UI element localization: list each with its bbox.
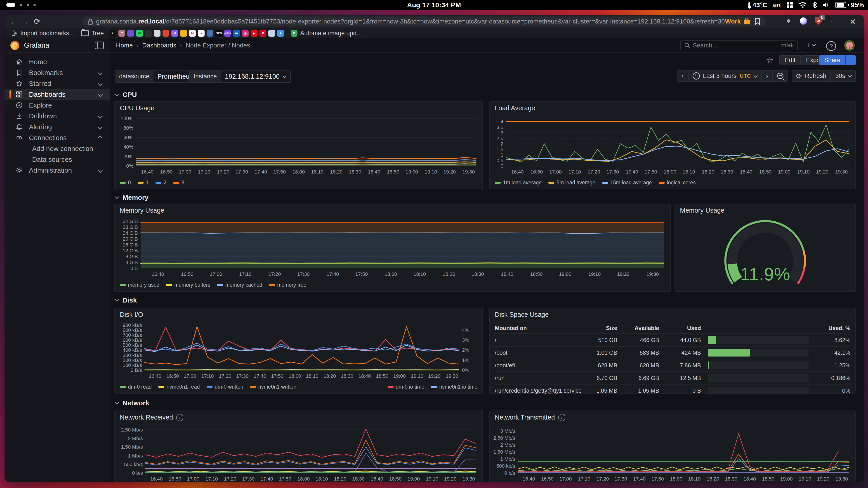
jobs-favicon[interactable]: jobs	[224, 30, 231, 37]
legend-item[interactable]: memory cached	[217, 282, 262, 288]
mail-m-favicon[interactable]: M	[171, 30, 178, 37]
refresh-button[interactable]: ⟳Refresh	[792, 70, 831, 82]
disk-io-chart[interactable]: 0 B/s100 kB/s200 kB/s300 kB/s400 kB/s500…	[117, 320, 480, 380]
dock-sidebar-icon[interactable]	[95, 41, 104, 49]
legend-item[interactable]: 1	[138, 180, 149, 186]
sidebar-item-starred[interactable]: Starred	[4, 78, 110, 89]
back-button[interactable]: ←	[8, 17, 20, 26]
youtube-favicon[interactable]: ▶	[251, 30, 257, 37]
url-bar[interactable]: grafana.sonda.red.local/d/7d57716318ee0d…	[83, 17, 765, 26]
extensions-puzzle-icon[interactable]: ❖	[784, 17, 793, 25]
legend-item[interactable]: memory free	[269, 282, 306, 288]
time-back-button[interactable]: ‹	[677, 70, 688, 82]
load-average-chart[interactable]: 00.511.522.533.5416:4016:5017:0017:1017:…	[492, 113, 854, 176]
site-c-favicon[interactable]: C	[119, 30, 125, 37]
sidebar-item-bookmarks[interactable]: Bookmarks	[4, 67, 110, 78]
app-grid-icon[interactable]	[786, 2, 793, 8]
gitlab-favicon[interactable]	[162, 30, 169, 37]
network-received-chart[interactable]: 0 b/s500 kb/s1 Mb/s1.50 Mb/s2 Mb/s2.50 M…	[117, 423, 480, 482]
sidebar-item-data-sources[interactable]: Data sources	[4, 154, 110, 165]
panel-title[interactable]: Disk I/O	[120, 311, 143, 318]
menu-bar-clock[interactable]: Aug 17 10:34 PM	[0, 1, 868, 9]
sidebar-item-connections[interactable]: Connections	[4, 132, 110, 143]
variable-instance[interactable]: Instance 192.168.1.12:9100	[189, 70, 291, 83]
legend-item[interactable]: dm-0 written	[207, 384, 243, 390]
legend-item[interactable]: 15m load average	[602, 180, 652, 186]
sidebar-item-add-new-connection[interactable]: Add new connection	[4, 143, 110, 154]
sidebar-item-home[interactable]: Home	[4, 57, 110, 67]
legend-item[interactable]: nvme0n1 read	[158, 384, 200, 390]
gdrive-favicon[interactable]: ▲	[198, 30, 205, 37]
import-bookmarks-item[interactable]: Import bookmarks...	[11, 30, 74, 37]
legend-item[interactable]: dm-0 io time	[388, 384, 425, 390]
legend-item[interactable]: dm-0 read	[120, 384, 152, 390]
instagram-favicon[interactable]: ◎	[242, 30, 249, 37]
legend-item[interactable]: 2	[156, 180, 166, 186]
gmail-favicon[interactable]: M	[189, 30, 196, 37]
share-dropdown[interactable]	[845, 55, 856, 65]
help-icon[interactable]: ?	[826, 41, 836, 51]
avatar[interactable]	[844, 40, 855, 51]
search-input[interactable]: Search... ctrl+k	[680, 40, 798, 51]
memory-usage-chart[interactable]: 0 B4 GiB8 GiB12 GiB16 GiB20 GiB24 GiB28 …	[117, 216, 669, 278]
automate-bookmark[interactable]: ⚙ Automate image upd...	[291, 30, 362, 37]
keyboard-layout[interactable]: en	[773, 1, 781, 9]
legend-item[interactable]: 1m load average	[495, 180, 541, 186]
spotify-favicon[interactable]: ≋	[136, 30, 143, 37]
panel-title[interactable]: Disk Space Usage	[495, 311, 549, 318]
tree-bookmark-folder[interactable]: Tree	[81, 30, 104, 37]
info-icon[interactable]: i	[176, 414, 183, 421]
github-favicon[interactable]	[154, 30, 160, 37]
sidebar-item-dashboards[interactable]: Dashboards	[4, 89, 110, 100]
star-dashboard-button[interactable]: ☆	[766, 56, 773, 65]
hashbang-favicon[interactable]: #!	[110, 30, 116, 37]
panel-title[interactable]: Network Receivedi	[120, 414, 183, 421]
window-close-button[interactable]: ✕	[850, 17, 856, 26]
blue-grid-favicon[interactable]: ⁘	[207, 30, 213, 37]
panel-title[interactable]: Load Average	[495, 104, 535, 112]
section-cpu[interactable]: CPU	[116, 91, 137, 98]
home-purple-favicon[interactable]	[127, 30, 134, 37]
sphere-favicon[interactable]	[268, 30, 275, 37]
edit-button[interactable]: Edit	[779, 55, 801, 65]
panel-title[interactable]: Memory Usage	[680, 207, 724, 214]
legend-item[interactable]: 3	[173, 180, 184, 186]
legend-item[interactable]: memory buffers	[166, 282, 210, 288]
yellow-app-favicon[interactable]	[180, 30, 187, 37]
breadcrumb-dashboards[interactable]: Dashboards	[142, 42, 176, 49]
info-icon[interactable]: i	[558, 414, 565, 421]
url-text[interactable]: grafana.sonda.red.local/d/7d57716318ee0d…	[96, 18, 725, 25]
cpu-usage-chart[interactable]: 0%20%40%60%80%100%16:4016:5017:0017:1017…	[117, 113, 480, 176]
sidebar-item-explore[interactable]: Explore	[4, 100, 110, 111]
grafana-logo[interactable]	[10, 41, 20, 50]
bluebird-favicon[interactable]: ✦	[277, 30, 284, 37]
adblock-extension-icon[interactable]: w 8	[814, 17, 823, 25]
section-network[interactable]: Network	[116, 399, 149, 407]
dev-favicon[interactable]: DEV	[215, 30, 222, 37]
sidebar-item-drilldown[interactable]: Drilldown	[4, 111, 110, 122]
breadcrumb-home[interactable]: Home	[116, 42, 133, 49]
time-forward-button[interactable]: ›	[762, 70, 773, 82]
panel-title[interactable]: Network Transmittedi	[495, 414, 565, 421]
refresh-interval-picker[interactable]: 30s	[831, 70, 856, 82]
reload-button[interactable]: ⟳	[31, 17, 43, 26]
panel-title[interactable]: Memory Usage	[120, 207, 164, 214]
pinterest-favicon[interactable]: P	[259, 30, 266, 37]
legend-item[interactable]: 0	[120, 180, 131, 186]
legend-item[interactable]: logical cores	[659, 180, 696, 186]
add-new-button[interactable]: +	[807, 41, 815, 50]
privacy-extension-icon[interactable]	[799, 17, 808, 25]
legend-item[interactable]: 5m load average	[548, 180, 595, 186]
bookmark-add-icon[interactable]	[754, 18, 761, 25]
sidebar-item-alerting[interactable]: Alerting	[4, 122, 110, 132]
time-range-picker[interactable]: Last 3 hours UTC	[688, 70, 762, 82]
section-disk[interactable]: Disk	[116, 296, 137, 304]
share-button[interactable]: Share	[819, 55, 856, 65]
browser-menu-button[interactable]: ⋯	[829, 17, 837, 25]
panel-title[interactable]: CPU Usage	[120, 104, 154, 112]
sidebar-item-administration[interactable]: Administration	[4, 165, 110, 176]
zoom-out-button[interactable]	[773, 70, 788, 82]
network-transmitted-chart[interactable]: 0 b/s500 kb/s1 Mb/s1.50 Mb/s2 Mb/s2.50 M…	[492, 423, 854, 482]
legend-item[interactable]: nvme0n1 written	[250, 384, 296, 390]
legend-item[interactable]: nvme0n1 io time	[431, 384, 477, 390]
